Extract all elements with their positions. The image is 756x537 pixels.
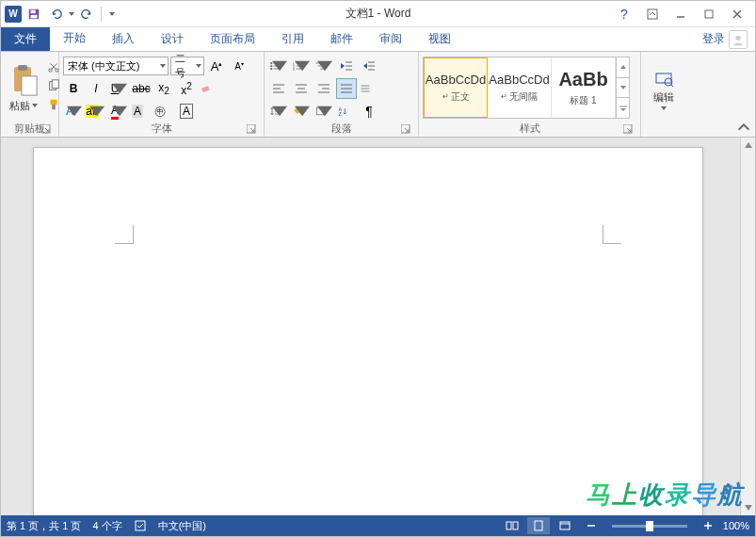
styles-launcher-icon[interactable]: [623, 124, 635, 136]
numbering-icon[interactable]: 123: [291, 56, 312, 76]
gallery-down-icon[interactable]: [617, 78, 629, 99]
group-label-paragraph: 段落: [268, 122, 414, 137]
sort-icon[interactable]: AZ: [336, 101, 357, 122]
style-gallery: AaBbCcDd ↵正文 AaBbCcDd ↵无间隔 AaBb 标题 1: [423, 57, 630, 119]
char-shading-icon[interactable]: A: [131, 101, 152, 122]
view-read-icon[interactable]: [501, 517, 523, 534]
svg-rect-14: [51, 100, 57, 105]
status-language[interactable]: 中文(中国): [158, 519, 206, 533]
scroll-down-icon[interactable]: [741, 500, 755, 515]
subscript-icon[interactable]: x2: [153, 78, 174, 99]
align-left-icon[interactable]: [268, 78, 289, 99]
view-print-icon[interactable]: [527, 517, 550, 534]
multilevel-list-icon[interactable]: [314, 56, 334, 76]
text-effects-icon[interactable]: A: [63, 101, 84, 122]
tab-file[interactable]: 文件: [1, 27, 50, 51]
font-launcher-icon[interactable]: [247, 124, 258, 136]
shrink-font-icon[interactable]: A▾: [229, 56, 249, 76]
tab-mailings[interactable]: 邮件: [317, 27, 366, 51]
status-proofing-icon[interactable]: [134, 519, 147, 532]
ribbon-tabs: 文件 开始 插入 设计 页面布局 引用 邮件 审阅 视图 登录: [1, 27, 755, 51]
bold-button[interactable]: B: [63, 78, 84, 99]
status-word-count[interactable]: 4 个字: [92, 519, 121, 533]
decrease-indent-icon[interactable]: [336, 56, 357, 76]
font-color-icon[interactable]: A: [108, 101, 129, 122]
tab-references[interactable]: 引用: [268, 27, 317, 51]
clipboard-launcher-icon[interactable]: [41, 124, 53, 136]
zoom-slider[interactable]: [612, 525, 687, 528]
gallery-more-icon[interactable]: [617, 98, 629, 118]
underline-button[interactable]: U: [108, 78, 129, 99]
tab-layout[interactable]: 页面布局: [197, 27, 268, 51]
gallery-up-icon[interactable]: [617, 57, 629, 78]
view-web-icon[interactable]: [554, 517, 576, 534]
close-button[interactable]: [727, 4, 748, 24]
margin-corner-tl: [115, 225, 134, 244]
word-app-icon[interactable]: W: [5, 6, 22, 23]
zoom-out-icon[interactable]: [580, 517, 603, 534]
collapse-ribbon-icon[interactable]: [736, 120, 751, 135]
italic-button[interactable]: I: [86, 78, 106, 99]
title-bar: W 文档1 - Word ?: [1, 1, 755, 27]
align-center-icon[interactable]: [291, 78, 312, 99]
svg-rect-68: [507, 522, 511, 529]
undo-dropdown-icon[interactable]: [69, 12, 74, 16]
svg-rect-5: [705, 10, 713, 18]
highlight-icon[interactable]: ab: [86, 101, 106, 122]
login-area[interactable]: 登录: [702, 27, 755, 51]
help-button[interactable]: ?: [614, 4, 635, 24]
tab-design[interactable]: 设计: [148, 27, 197, 51]
line-spacing-icon[interactable]: [268, 101, 289, 122]
redo-icon[interactable]: [76, 4, 97, 24]
page[interactable]: [33, 147, 703, 515]
font-name-select[interactable]: 宋体 (中文正文): [63, 57, 169, 75]
group-font: 宋体 (中文正文) 二号 A▴ A▾ B I U abc x2 x2: [59, 52, 265, 137]
scroll-up-icon[interactable]: [741, 138, 755, 153]
style-heading1[interactable]: AaBb 标题 1: [552, 57, 616, 118]
status-page[interactable]: 第 1 页，共 1 页: [7, 519, 81, 533]
svg-rect-13: [52, 80, 58, 89]
char-border-icon[interactable]: A: [176, 101, 197, 122]
style-normal[interactable]: AaBbCcDd ↵正文: [424, 57, 488, 118]
tab-home[interactable]: 开始: [50, 27, 99, 51]
svg-rect-17: [201, 86, 210, 92]
group-label-styles: 样式: [423, 122, 636, 137]
window-title: 文档1 - Word: [346, 6, 411, 22]
align-justify-icon[interactable]: [336, 78, 357, 99]
restore-button[interactable]: [699, 4, 719, 24]
group-editing: 编辑: [641, 52, 686, 137]
editing-button[interactable]: 编辑: [650, 64, 678, 112]
tab-insert[interactable]: 插入: [99, 27, 148, 51]
zoom-level[interactable]: 100%: [723, 520, 749, 531]
font-size-select[interactable]: 二号: [170, 57, 204, 75]
shading-icon[interactable]: [291, 101, 312, 122]
align-distributed-icon[interactable]: [359, 78, 379, 99]
document-area[interactable]: [1, 138, 740, 515]
undo-icon[interactable]: [46, 4, 67, 24]
ribbon-display-options-icon[interactable]: [642, 4, 663, 24]
style-no-spacing[interactable]: AaBbCcDd ↵无间隔: [488, 57, 552, 118]
enclose-char-icon[interactable]: ㊥: [153, 101, 174, 122]
superscript-icon[interactable]: x2: [176, 78, 197, 99]
borders-icon[interactable]: [314, 101, 334, 122]
paragraph-launcher-icon[interactable]: [401, 124, 412, 136]
strikethrough-icon[interactable]: abc: [131, 78, 152, 99]
svg-rect-71: [560, 522, 570, 529]
paste-button[interactable]: 粘贴: [5, 54, 42, 122]
window-controls: ?: [614, 4, 755, 24]
qat-customize-icon[interactable]: [109, 12, 115, 16]
tab-view[interactable]: 视图: [415, 27, 464, 51]
show-marks-icon[interactable]: ¶: [359, 101, 379, 122]
zoom-in-icon[interactable]: [697, 517, 719, 534]
grow-font-icon[interactable]: A▴: [206, 56, 227, 76]
align-right-icon[interactable]: [314, 78, 334, 99]
svg-rect-15: [52, 105, 56, 109]
increase-indent-icon[interactable]: [359, 56, 379, 76]
minimize-button[interactable]: [670, 4, 691, 24]
vertical-scrollbar[interactable]: [740, 138, 755, 515]
tab-review[interactable]: 审阅: [366, 27, 415, 51]
gallery-scroll: [616, 57, 629, 118]
bullets-icon[interactable]: [268, 56, 289, 76]
clear-formatting-icon[interactable]: [199, 78, 219, 99]
save-icon[interactable]: [24, 4, 44, 24]
